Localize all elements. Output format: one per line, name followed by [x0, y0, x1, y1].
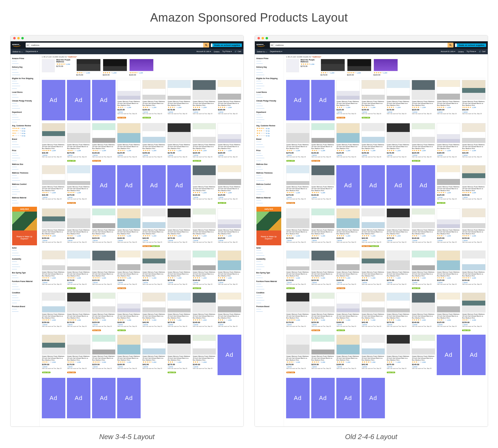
sidebar-filter-link[interactable]: ——— [256, 69, 282, 71]
sponsored-ad-slot[interactable]: Ad [361, 378, 385, 418]
product-card[interactable]: Queen Memory Foam Mattress 10 Inch Gel I… [336, 208, 360, 248]
nav-account[interactable]: Account & Lists ▾ [197, 50, 211, 53]
sidebar-filter-link[interactable]: ——— [12, 166, 38, 168]
product-card[interactable]: Queen Memory Foam Mattress 10 Inch Gel I… [412, 80, 435, 120]
product-card[interactable]: Queen Memory Foam Mattress 10 Inch Gel I… [192, 335, 216, 375]
amazon-logo[interactable]: amazon [256, 43, 268, 47]
sidebar-filter-link[interactable]: ————— [256, 74, 282, 76]
product-card[interactable]: Queen Memory Foam Mattress 10 Inch Gel I… [192, 208, 216, 248]
search-category-select[interactable]: All [270, 43, 275, 47]
sidebar-filter-link[interactable]: ——— [256, 80, 282, 82]
sidebar-filter-link[interactable]: ———— [256, 277, 282, 279]
product-card[interactable]: Queen Memory Foam Mattress 10 Inch Gel I… [167, 293, 191, 332]
product-card[interactable]: Queen Memory Foam Mattress 10 Inch Gel I… [142, 80, 166, 120]
sidebar-filter-link[interactable]: ——— [256, 175, 282, 177]
sponsored-ad-slot[interactable]: Ad [92, 165, 116, 206]
product-card[interactable]: Queen Memory Foam Mattress 10 Inch Gel I… [412, 208, 435, 248]
review-filter[interactable]: & Up [12, 135, 38, 137]
sidebar-filter-link[interactable]: ———— [12, 105, 38, 107]
deals-banner[interactable]: Deals on school supplies [455, 43, 486, 47]
product-card[interactable]: Queen Memory Foam Mattress 10 Inch Gel I… [67, 250, 90, 290]
sidebar-filter-link[interactable]: ———— [12, 177, 38, 179]
nav-deliver-to[interactable]: Deliver to — [257, 51, 267, 53]
sidebar-filter-link[interactable]: ————— [256, 179, 282, 181]
sidebar-filter-link[interactable]: ———— [256, 168, 282, 170]
product-card[interactable]: Queen Memory Foam Mattress 10 Inch Gel I… [117, 335, 141, 375]
sidebar-filter-link[interactable]: ———— [256, 311, 282, 313]
sidebar-filter-link[interactable]: ———— [12, 116, 38, 118]
product-card[interactable]: Queen Memory Foam Mattress 10 Inch Gel I… [437, 165, 460, 206]
product-card[interactable]: Queen Memory Foam Mattress 10 Inch Gel I… [387, 250, 410, 290]
review-filter[interactable]: & Up [256, 135, 282, 137]
nav-try-prime[interactable]: Try Prime ▾ [466, 50, 476, 53]
product-card[interactable]: Queen Memory Foam Mattress 10 Inch Gel I… [286, 208, 310, 248]
product-card[interactable]: Queen Memory Foam Mattress 10 Inch Gel I… [117, 293, 141, 332]
product-card[interactable]: Queen Memory Foam Mattress 10 Inch Gel I… [462, 250, 485, 290]
sponsored-brand-product[interactable]: 1,234$229.99 [103, 59, 127, 76]
sidebar-filter-link[interactable]: ———— [12, 155, 38, 157]
sidebar-filter-link[interactable]: ———— [12, 286, 38, 288]
sidebar-filter-link[interactable]: ————— [12, 288, 38, 290]
sidebar-filter-link[interactable]: ————— [256, 288, 282, 290]
sidebar-filter-link[interactable]: ——— [12, 308, 38, 310]
product-card[interactable]: Queen Memory Foam Mattress 10 Inch Gel I… [336, 123, 360, 162]
product-card[interactable]: Queen Memory Foam Mattress 10 Inch Gel I… [437, 208, 460, 248]
sidebar-filter-link[interactable]: ———— [256, 286, 282, 288]
nav-orders[interactable]: Orders [458, 51, 464, 53]
product-card[interactable]: Queen Memory Foam Mattress 10 Inch Gel I… [286, 335, 310, 375]
product-card[interactable]: Queen Memory Foam Mattress 10 Inch Gel I… [167, 123, 191, 162]
sidebar-filter-link[interactable]: ———— [12, 297, 38, 299]
sidebar-filter-link[interactable]: ————— [256, 119, 282, 121]
product-card[interactable]: Queen Memory Foam Mattress 10 Inch Gel I… [192, 250, 216, 290]
product-card[interactable]: Queen Memory Foam Mattress 10 Inch Gel I… [167, 80, 191, 120]
sidebar-filter-link[interactable]: ————— [12, 191, 38, 193]
product-card[interactable]: Queen Memory Foam Mattress 10 Inch Gel I… [286, 250, 310, 290]
review-filter[interactable]: & Up [12, 132, 38, 134]
sidebar-filter-link[interactable]: ——— [12, 274, 38, 276]
product-card[interactable]: Queen Memory Foam Mattress 10 Inch Gel I… [192, 123, 216, 162]
search-input[interactable]: mattress [274, 43, 448, 47]
product-card[interactable]: Queen Memory Foam Mattress 10 Inch Gel I… [361, 335, 385, 375]
sidebar-filter-link[interactable]: ——— [12, 121, 38, 123]
sidebar-filter-link[interactable]: ——— [256, 152, 282, 154]
product-card[interactable]: Queen Memory Foam Mattress 10 Inch Gel I… [437, 80, 460, 120]
sidebar-filter-link[interactable]: ——— [12, 69, 38, 71]
sidebar-filter-link[interactable]: ———— [256, 188, 282, 190]
sidebar-filter-link[interactable]: ——— [12, 94, 38, 96]
product-card[interactable]: Queen Memory Foam Mattress 10 Inch Gel I… [142, 293, 166, 332]
product-card[interactable]: Queen Memory Foam Mattress 10 Inch Gel I… [462, 165, 485, 206]
sidebar-filter-link[interactable]: ——— [256, 274, 282, 276]
sidebar-filter-link[interactable]: ——— [12, 283, 38, 285]
sidebar-filter-link[interactable]: ———— [256, 155, 282, 157]
product-card[interactable]: Queen Memory Foam Mattress 10 Inch Gel I… [117, 208, 141, 248]
sidebar-filter-link[interactable]: ——— [256, 302, 282, 304]
sidebar-filter-link[interactable]: ——— [256, 261, 282, 263]
product-card[interactable]: Queen Memory Foam Mattress 10 Inch Gel I… [412, 293, 435, 332]
sponsored-ad-slot[interactable]: Ad [117, 378, 141, 418]
sidebar-filter-link[interactable]: ———— [256, 202, 282, 204]
sidebar-filter-link[interactable]: ——— [256, 60, 282, 62]
product-card[interactable]: Queen Memory Foam Mattress 10 Inch Gel I… [67, 123, 90, 162]
product-card[interactable]: Queen Memory Foam Mattress 10 Inch Gel I… [336, 80, 360, 120]
sidebar-display-ad[interactable]: early birdReady to Wake Up Inspired? [12, 207, 37, 245]
review-filter[interactable]: & Up [12, 130, 38, 132]
product-card[interactable]: Queen Memory Foam Mattress 10 Inch Gel I… [42, 208, 65, 248]
sponsored-ad-slot[interactable]: Ad [67, 80, 90, 120]
product-card[interactable]: Queen Memory Foam Mattress 10 Inch Gel I… [142, 123, 166, 162]
sidebar-filter-link[interactable]: ——— [12, 60, 38, 62]
sponsored-brand-headline[interactable]: Meet the Purple Mattress1,234$278.99 [286, 59, 319, 76]
product-card[interactable]: Queen Memory Foam Mattress 10 Inch Gel I… [42, 293, 65, 332]
sidebar-filter-link[interactable]: ————— [12, 157, 38, 159]
product-card[interactable]: Queen Memory Foam Mattress 10 Inch Gel I… [42, 165, 65, 206]
product-card[interactable]: Queen Memory Foam Mattress 10 Inch Gel I… [387, 80, 410, 120]
sidebar-filter-link[interactable]: ———— [256, 177, 282, 179]
nav-cart[interactable]: 🛒 Cart [235, 50, 241, 53]
sponsored-ad-slot[interactable]: Ad [142, 165, 166, 206]
product-card[interactable]: Queen Memory Foam Mattress 10 Inch Gel I… [311, 335, 335, 375]
sidebar-filter-link[interactable]: ——— [256, 186, 282, 188]
sidebar-filter-link[interactable]: ——— [256, 193, 282, 195]
review-filter[interactable]: & Up [256, 132, 282, 134]
product-card[interactable]: Queen Memory Foam Mattress 10 Inch Gel I… [361, 293, 385, 332]
sidebar-filter-link[interactable]: ————— [256, 107, 282, 109]
sidebar-filter-link[interactable]: ————— [12, 266, 38, 268]
